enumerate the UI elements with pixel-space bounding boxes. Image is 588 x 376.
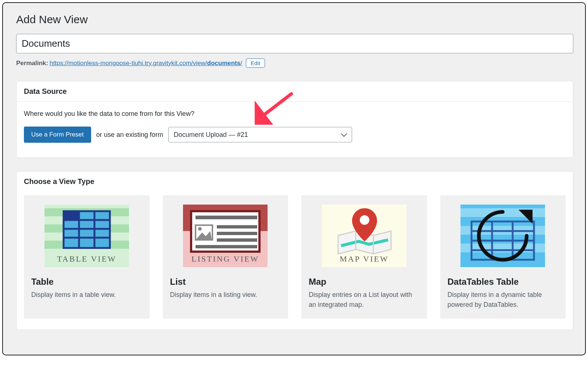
table-view-thumb: TABLE VIEW [31,203,143,268]
card-title: List [163,273,288,290]
view-title-input[interactable] [16,34,573,53]
permalink-label: Permalink: [16,60,48,67]
card-title: DataTables Table [440,273,566,290]
data-source-panel: Data Source Where would you like the dat… [16,81,573,158]
card-desc: Display items in a dynamic table powered… [440,290,566,310]
page-content: Add New View Permalink: https://motionle… [6,6,584,337]
card-desc: Display items in a listing view. [163,290,288,300]
permalink-link[interactable]: https://motionless-mongoose-tiuhi.try.gr… [50,60,242,67]
view-type-panel: Choose a View Type [16,171,573,330]
card-desc: Display entries on a List layout with an… [301,290,427,310]
view-type-cards: TABLE VIEW Table Display items in a tabl… [17,192,573,330]
view-type-card-list[interactable]: LISTING VIEW List Display items in a lis… [163,195,288,319]
view-type-card-table[interactable]: TABLE VIEW Table Display items in a tabl… [24,195,150,319]
view-type-card-datatables[interactable]: DataTables Table Display items in a dyna… [440,195,566,319]
svg-point-16 [198,227,202,231]
permalink-trailing: / [240,60,242,67]
panel-title-view-type: Choose a View Type [17,171,573,192]
svg-rect-11 [64,211,79,220]
datatables-icon [460,205,545,267]
card-title: Map [301,273,427,290]
app-frame: Add New View Permalink: https://motionle… [2,2,586,355]
data-source-controls: Use a Form Preset or use an existing for… [24,127,566,143]
table-view-icon: TABLE VIEW [44,205,129,267]
svg-rect-18 [217,225,257,228]
data-source-prompt: Where would you like the data to come fr… [24,110,566,118]
permalink-edit-button[interactable]: Edit [246,58,265,68]
map-thumb-caption: MAP VIEW [340,254,388,263]
list-view-thumb: LISTING VIEW [169,203,282,268]
data-source-body: Where would you like the data to come fr… [17,102,573,157]
page-heading: Add New View [16,13,573,26]
existing-form-select[interactable]: Document Upload — #21 [168,127,352,142]
card-desc: Display items in a table view. [24,290,150,300]
svg-rect-20 [217,238,257,242]
permalink-base: https://motionless-mongoose-tiuhi.try.gr… [50,60,207,67]
permalink-slug: documents [207,60,241,67]
map-view-thumb: MAP VIEW [308,203,420,268]
list-view-icon: LISTING VIEW [183,205,268,267]
panel-title-data-source: Data Source [17,81,573,102]
table-thumb-caption: TABLE VIEW [57,254,116,263]
card-title: Table [24,273,150,290]
use-form-preset-button[interactable]: Use a Form Preset [24,127,91,143]
view-type-card-map[interactable]: MAP VIEW Map Display entries on a List l… [301,195,427,319]
svg-rect-17 [196,216,257,219]
svg-rect-21 [196,245,257,248]
permalink-row: Permalink: https://motionless-mongoose-t… [16,58,573,68]
or-use-existing-label: or use an existing form [96,131,163,139]
datatables-thumb [447,203,559,268]
map-view-icon: MAP VIEW [322,205,406,267]
svg-rect-19 [217,232,257,235]
list-thumb-caption: LISTING VIEW [191,254,259,263]
svg-point-25 [360,215,369,225]
form-select-wrap: Document Upload — #21 [168,127,352,142]
